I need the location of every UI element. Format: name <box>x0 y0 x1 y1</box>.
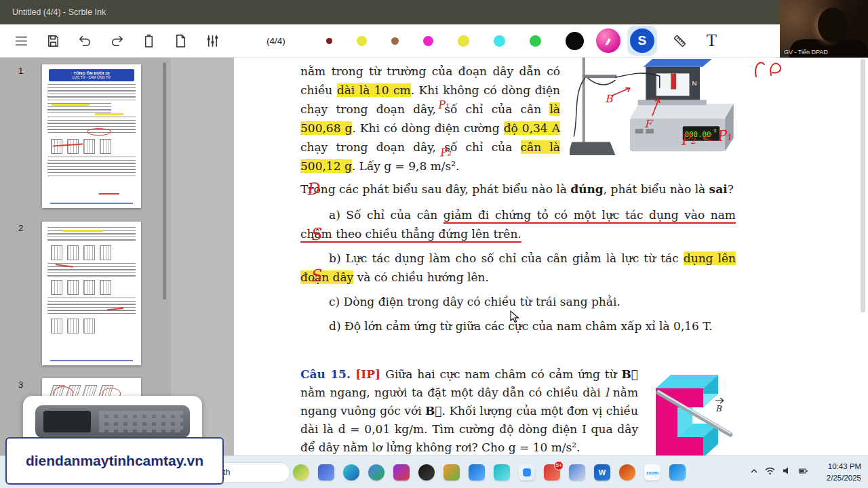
battery-icon[interactable] <box>798 467 808 475</box>
text-tool-button[interactable]: T <box>703 31 721 50</box>
eraser-button[interactable] <box>664 26 696 55</box>
page-thumbnail-2[interactable] <box>42 222 141 365</box>
thumb-number-3: 3 <box>18 380 23 390</box>
palette-cyan[interactable] <box>494 35 505 47</box>
ruler-icon <box>672 33 688 49</box>
thumb1-header: TỔNG ÔN BUỔI 10 LỰC TỪ - CẢM ỨNG TỪ <box>49 69 134 81</box>
color-palette <box>326 32 584 50</box>
sliders-icon <box>205 33 220 49</box>
document-content: N 000.00 g B F nằm trong từ trường của đ… <box>300 58 736 455</box>
magnet-b-label: B <box>715 404 722 413</box>
chrome-browser-icon[interactable] <box>368 464 384 481</box>
tray-chevron-icon[interactable] <box>750 467 758 475</box>
thumb-number-2: 2 <box>18 223 23 233</box>
floppy-icon <box>45 33 61 49</box>
paragraph-question: Trong các phát biểu sau đây, phát biểu n… <box>300 180 736 199</box>
app-purple-red-icon[interactable] <box>393 464 410 481</box>
palette-brown[interactable] <box>391 37 399 45</box>
watermark-text: diendanmaytinhcamtay.vn <box>26 453 203 469</box>
webcam-overlay: GV - Tiến DPAD <box>780 0 868 58</box>
sidebar-scrollbar[interactable] <box>163 62 166 300</box>
clock-date: 2/25/2025 <box>827 472 861 484</box>
system-tray <box>750 466 808 475</box>
person-head <box>818 7 848 43</box>
palette-green[interactable] <box>530 35 541 47</box>
notification-app-icon[interactable]: 5+ <box>544 464 560 481</box>
word-icon-label: W <box>594 464 610 481</box>
palette-magenta[interactable] <box>423 36 433 46</box>
page-indicator: (4/4) <box>267 36 285 46</box>
menu-button[interactable] <box>5 26 37 55</box>
calculator-image <box>35 405 190 438</box>
edge-browser-icon[interactable] <box>343 464 359 481</box>
app-blue-icon[interactable] <box>318 464 334 481</box>
notification-app-icon-badge: 5+ <box>554 461 564 470</box>
mouse-cursor <box>510 310 519 324</box>
annotation-mark-b: S <box>309 224 322 245</box>
statement-a: a) Số chỉ của cân giảm đi chứng tỏ có mộ… <box>300 205 736 243</box>
settings-button[interactable] <box>197 26 229 55</box>
redo-icon <box>109 33 125 49</box>
clock-time: 10:43 PM <box>827 461 861 472</box>
zoom-meeting-icon[interactable] <box>519 464 535 481</box>
word-icon[interactable]: W <box>594 464 610 481</box>
microsoft-store-icon[interactable] <box>469 464 485 481</box>
undo-icon <box>77 33 93 49</box>
page-icon <box>173 33 189 49</box>
undo-button[interactable] <box>69 26 101 55</box>
store-color-icon[interactable] <box>443 464 460 481</box>
annotation-p2: P₂ <box>439 145 452 159</box>
pen-tool-button[interactable] <box>596 28 620 53</box>
weather-widget-icon[interactable] <box>293 464 309 481</box>
teams-chat-icon[interactable] <box>494 464 510 481</box>
cau15-section: B Câu 15. [IP] Giữa hai cực nam châm có … <box>300 365 736 455</box>
calculator-screen <box>43 411 91 432</box>
zoom-app-icon-label: zoom <box>644 464 660 481</box>
wifi-icon[interactable] <box>765 466 775 475</box>
volume-icon[interactable] <box>782 466 791 475</box>
taskbar-apps: 5+Wzoom <box>293 464 686 481</box>
window-title: Untitled (4/4) - Scrble Ink <box>12 7 106 17</box>
search-text: th <box>223 468 230 477</box>
calculator-app-icon[interactable] <box>569 464 585 481</box>
webcam-label: GV - Tiến DPAD <box>784 49 828 56</box>
save-button[interactable] <box>37 26 69 55</box>
palette-black[interactable] <box>566 32 584 50</box>
zoom-app-icon[interactable]: zoom <box>644 464 660 481</box>
document-page[interactable]: N 000.00 g B F nằm trong từ trường của đ… <box>234 58 868 455</box>
statement-b: b) Lực tác dụng làm cho số chỉ của cân g… <box>300 249 736 287</box>
palette-yellow-small[interactable] <box>357 36 367 46</box>
redo-button[interactable] <box>101 26 133 55</box>
statement-c: c) Dòng điện trong dây có chiều từ trái … <box>300 292 736 311</box>
new-page-button[interactable] <box>165 26 197 55</box>
window-titlebar: Untitled (4/4) - Scrble Ink <box>0 0 868 24</box>
taskbar-clock[interactable]: 10:43 PM 2/25/2025 <box>827 461 861 483</box>
hamburger-icon <box>14 33 29 49</box>
calculator-keys <box>99 411 183 432</box>
palette-darkred[interactable] <box>326 38 332 44</box>
annotation-p1: P₁ <box>437 98 450 112</box>
scrble-pen-button[interactable]: S <box>630 28 654 53</box>
meet-camera-icon[interactable] <box>669 464 686 481</box>
palette-yellow[interactable] <box>458 35 469 47</box>
annotation-mark-c: S <box>309 266 322 286</box>
obs-studio-icon[interactable] <box>418 464 435 481</box>
selected-tool-highlight: S <box>627 26 657 56</box>
annotation-squiggle <box>751 58 798 78</box>
thumb-number-1: 1 <box>18 66 23 76</box>
page-thumbnail-1[interactable]: TỔNG ÔN BUỔI 10 LỰC TỪ - CẢM ỨNG TỪ <box>42 64 141 208</box>
toolbar: (4/4) S T <box>0 24 868 58</box>
watermark-card: diendanmaytinhcamtay.vn <box>5 437 224 485</box>
annotation-b-vector: B <box>605 93 614 105</box>
zoom-meeting-icon-glyph <box>523 468 531 476</box>
paste-button[interactable] <box>133 26 165 55</box>
magnet-pole-label: N <box>692 79 696 87</box>
pen-tools: S T <box>596 26 721 56</box>
annotation-mark-a: Đ <box>305 179 320 199</box>
taskbar-search[interactable]: th <box>214 462 290 483</box>
powerpoint-icon[interactable] <box>619 464 635 481</box>
document-scrollbar[interactable] <box>861 59 865 312</box>
pen-icon <box>602 35 614 47</box>
clipboard-icon <box>141 33 157 49</box>
u-magnet-figure: B <box>648 368 736 455</box>
